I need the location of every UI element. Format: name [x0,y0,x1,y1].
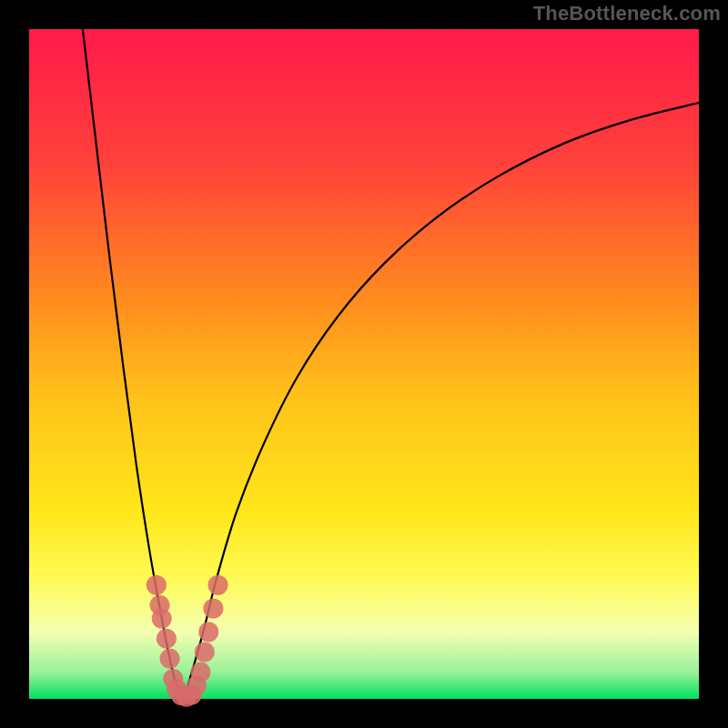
marker-point [152,609,172,629]
marker-point [195,642,215,662]
marker-point [208,575,228,595]
marker-point [203,599,223,619]
watermark-text: TheBottleneck.com [533,2,721,25]
chart-svg [0,0,728,728]
marker-point [147,575,167,595]
chart-frame: TheBottleneck.com [0,0,728,728]
marker-point [160,649,180,669]
marker-point [157,629,177,649]
marker-point [198,622,218,642]
marker-point [190,662,210,682]
